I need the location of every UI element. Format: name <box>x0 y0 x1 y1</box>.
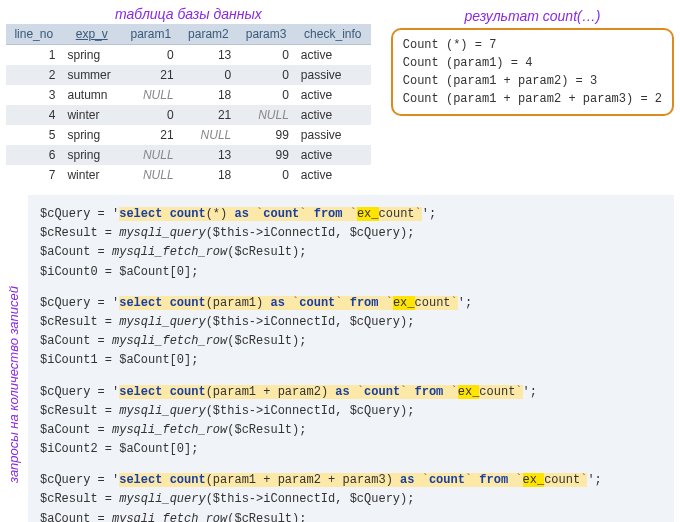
cell: 18 <box>180 85 238 105</box>
cell: active <box>295 85 371 105</box>
code-section: запросы на количество записей $cQuery = … <box>6 195 674 522</box>
cell: spring <box>61 145 122 165</box>
cell: active <box>295 145 371 165</box>
code-line: $aCount = mysqli_fetch_row($cResult); <box>40 332 662 351</box>
cell: 6 <box>6 145 61 165</box>
table-row: 3autumnNULL180active <box>6 85 371 105</box>
cell: autumn <box>61 85 122 105</box>
code-line: $cResult = mysqli_query($this->iConnectI… <box>40 402 662 421</box>
db-table: line_noexp_vparam1param2param3check_info… <box>6 24 371 185</box>
cell: NULL <box>122 145 180 165</box>
results-box: Count (*) = 7 Count (param1) = 4 Count (… <box>391 28 674 116</box>
results-section: результат count(…) Count (*) = 7 Count (… <box>391 6 674 116</box>
cell: 21 <box>122 125 180 145</box>
code-block: $cQuery = 'select count(param1 + param2 … <box>40 471 662 522</box>
code-line: $aCount = mysqli_fetch_row($cResult); <box>40 421 662 440</box>
cell: 21 <box>180 105 238 125</box>
cell: 99 <box>237 125 295 145</box>
table-row: 6springNULL1399active <box>6 145 371 165</box>
cell: 0 <box>180 65 238 85</box>
code-block: $cQuery = 'select count(param1) as `coun… <box>40 294 662 371</box>
cell: 0 <box>237 45 295 66</box>
cell: 5 <box>6 125 61 145</box>
code-line: $aCount = mysqli_fetch_row($cResult); <box>40 243 662 262</box>
code-line: $cResult = mysqli_query($this->iConnectI… <box>40 313 662 332</box>
col-param1: param1 <box>122 24 180 45</box>
cell: spring <box>61 45 122 66</box>
cell: 1 <box>6 45 61 66</box>
table-row: 7winterNULL180active <box>6 165 371 185</box>
cell: NULL <box>180 125 238 145</box>
cell: 7 <box>6 165 61 185</box>
cell: active <box>295 45 371 66</box>
code-line: $iCount1 = $aCount[0]; <box>40 351 662 370</box>
vertical-label: запросы на количество записей <box>6 195 28 522</box>
code-line: $cQuery = 'select count(param1) as `coun… <box>40 294 662 313</box>
results-title: результат count(…) <box>391 8 674 24</box>
cell: winter <box>61 105 122 125</box>
col-param2: param2 <box>180 24 238 45</box>
cell: passive <box>295 125 371 145</box>
code-line: $iCount0 = $aCount[0]; <box>40 263 662 282</box>
cell: 0 <box>122 105 180 125</box>
code-line: $cResult = mysqli_query($this->iConnectI… <box>40 490 662 509</box>
cell: 99 <box>237 145 295 165</box>
col-check_info: check_info <box>295 24 371 45</box>
code-line: $aCount = mysqli_fetch_row($cResult); <box>40 510 662 522</box>
cell: NULL <box>122 85 180 105</box>
cell: winter <box>61 165 122 185</box>
cell: 4 <box>6 105 61 125</box>
cell: 13 <box>180 145 238 165</box>
cell: active <box>295 105 371 125</box>
table-row: 2summer2100passive <box>6 65 371 85</box>
code-line: $cQuery = 'select count(param1 + param2 … <box>40 471 662 490</box>
col-param3: param3 <box>237 24 295 45</box>
cell: passive <box>295 65 371 85</box>
table-row: 1spring0130active <box>6 45 371 66</box>
cell: 0 <box>237 65 295 85</box>
cell: spring <box>61 125 122 145</box>
cell: summer <box>61 65 122 85</box>
cell: 13 <box>180 45 238 66</box>
cell: 0 <box>122 45 180 66</box>
cell: 18 <box>180 165 238 185</box>
col-exp_v: exp_v <box>61 24 122 45</box>
cell: 0 <box>237 165 295 185</box>
cell: 3 <box>6 85 61 105</box>
cell: NULL <box>237 105 295 125</box>
code-area: $cQuery = 'select count(*) as `count` fr… <box>28 195 674 522</box>
table-row: 4winter021NULLactive <box>6 105 371 125</box>
code-line: $cQuery = 'select count(param1 + param2)… <box>40 383 662 402</box>
cell: 21 <box>122 65 180 85</box>
col-line_no: line_no <box>6 24 61 45</box>
code-block: $cQuery = 'select count(param1 + param2)… <box>40 383 662 460</box>
cell: 2 <box>6 65 61 85</box>
code-line: $cResult = mysqli_query($this->iConnectI… <box>40 224 662 243</box>
code-line: $iCount2 = $aCount[0]; <box>40 440 662 459</box>
code-line: $cQuery = 'select count(*) as `count` fr… <box>40 205 662 224</box>
cell: 0 <box>237 85 295 105</box>
cell: NULL <box>122 165 180 185</box>
top-row: таблица базы данных line_noexp_vparam1pa… <box>6 6 674 185</box>
db-table-section: таблица базы данных line_noexp_vparam1pa… <box>6 6 371 185</box>
table-row: 5spring21NULL99passive <box>6 125 371 145</box>
code-block: $cQuery = 'select count(*) as `count` fr… <box>40 205 662 282</box>
cell: active <box>295 165 371 185</box>
table-title: таблица базы данных <box>6 6 371 22</box>
